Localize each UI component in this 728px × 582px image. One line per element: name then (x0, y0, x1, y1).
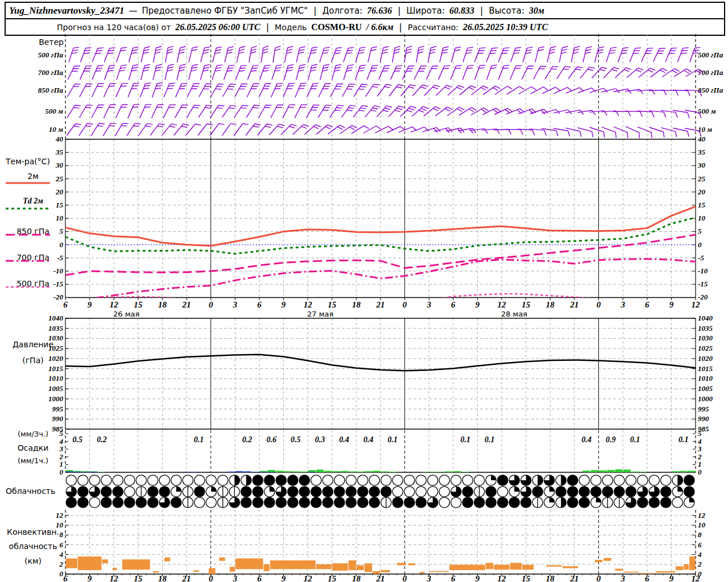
cloud-cover-symbol-fill (514, 487, 519, 492)
convective-cloud-bar (316, 564, 332, 569)
precip-bar-green (381, 471, 388, 472)
wind-barb (354, 82, 367, 99)
wind-barb (318, 81, 330, 99)
wind-barb-staff (560, 48, 562, 63)
wind-barb-staff (308, 48, 312, 63)
cloud-cover-symbol (509, 497, 519, 508)
hour-label-top: 15 (522, 300, 531, 309)
cloud-cover-symbol (171, 497, 181, 508)
cloud-cover-symbol (276, 475, 286, 485)
cloud-cover-symbol (602, 487, 613, 497)
wind-barb-staff (272, 66, 276, 80)
wind-barb-feather (289, 81, 295, 86)
pressure-axis-label-right: 995 (698, 405, 709, 413)
pressure-axis-label-right: 1005 (698, 384, 713, 393)
precip-bar-green (316, 469, 324, 472)
cloud-cover-symbol (661, 475, 671, 485)
hour-label-top: 6 (451, 300, 456, 309)
precip-3h-value: 0.1 (630, 435, 640, 444)
wind-barb-staff (363, 126, 377, 134)
wind-barb-staff (316, 125, 328, 135)
wind-barb-staff (246, 124, 255, 135)
wind-barb (367, 64, 378, 82)
wind-barb-staff (235, 84, 242, 97)
wind-barb-feather (219, 122, 225, 127)
wind-barb-feather (110, 102, 116, 107)
precip-bar-green (583, 471, 590, 472)
wind-barb-feather (180, 45, 186, 49)
wind-barb-feather (180, 48, 185, 52)
wind-barb-feather (206, 103, 212, 108)
wind-barb (648, 127, 666, 138)
wind-barb (79, 121, 93, 138)
convective-cloud-bar (78, 556, 102, 570)
cloud-cover-symbol (136, 475, 146, 485)
wind-barb-feather (144, 63, 150, 67)
wind-barb (522, 64, 533, 81)
cloud-cover-symbol (299, 497, 309, 508)
wind-barb-staff (115, 123, 122, 136)
hour-label-bottom: 12 (110, 574, 119, 582)
wind-barb-staff (80, 105, 87, 118)
cloud-cover-symbol (253, 475, 263, 485)
wind-barb-staff (412, 85, 422, 95)
cloud-cover-symbol (253, 487, 263, 497)
cloud-cover-symbol (556, 487, 566, 497)
wind-barb (651, 66, 668, 81)
precip-axis-label-left: 0 (60, 468, 64, 476)
precip-bar-blue (82, 472, 89, 472)
temp-axis-label-left: 5 (60, 227, 64, 235)
temp-axis-label-right: -5 (698, 253, 704, 262)
hour-label-top: 9 (669, 300, 674, 309)
wind-barb-feather (567, 131, 570, 136)
wind-barb (224, 64, 235, 82)
wind-barb-staff (259, 84, 266, 97)
wind-barb (511, 45, 521, 64)
wind-barb (152, 102, 164, 120)
wind-barb-feather (504, 64, 510, 68)
hour-label-top: 21 (569, 300, 578, 309)
hour-label-bottom: 12 (498, 574, 507, 582)
hour-label-bottom: 0 (403, 574, 407, 582)
wind-barb (273, 45, 281, 64)
wind-barb-feather (628, 111, 631, 116)
wind-barb (630, 46, 641, 64)
wind-barb-feather (217, 63, 222, 67)
wind-barb-staff (186, 124, 196, 135)
wind-barb-feather (579, 131, 582, 137)
pressure-axis-label-right: 1015 (698, 364, 713, 373)
wind-barb (69, 45, 79, 64)
conv-axis-label-left: 8 (60, 530, 64, 539)
hour-label-top: 6 (645, 300, 650, 309)
wind-barb-feather (98, 103, 104, 107)
hour-label-bottom: 9 (88, 574, 92, 582)
conv-axis-label-right: 8 (698, 530, 702, 539)
wind-barb-staff (379, 66, 384, 80)
wind-barb-feather (207, 122, 213, 127)
wind-barb-feather (540, 64, 546, 69)
temp-axis-label-left: 20 (55, 188, 64, 196)
wind-barb (498, 64, 509, 82)
cloud-cover-symbol (148, 497, 158, 508)
wind-barb-feather (182, 103, 188, 107)
conv-axis-label-right: 4 (697, 550, 702, 559)
wind-barb-staff (92, 84, 98, 97)
conv-axis-label-right: 10 (698, 521, 706, 529)
wind-barb-staff (187, 84, 193, 97)
cloud-cover-symbol-fill (561, 475, 566, 485)
wind-barb-feather (204, 45, 210, 49)
wind-barb-staff (271, 105, 278, 118)
wind-barb-staff (580, 67, 589, 78)
wind-barb (320, 45, 330, 64)
wind-barb-staff (296, 48, 300, 62)
wind-barb (424, 83, 440, 99)
wind-barb (117, 63, 127, 81)
hour-label-bottom: 18 (352, 574, 361, 582)
precip-bar-green (445, 471, 453, 472)
cloud-cover-symbol (462, 487, 473, 497)
wind-barb-feather (264, 64, 270, 68)
pressure-axis-label-right: 1025 (698, 344, 713, 352)
wind-barb (127, 121, 140, 138)
wind-barb-feather (539, 45, 544, 49)
precip-bar-blue (90, 472, 97, 472)
